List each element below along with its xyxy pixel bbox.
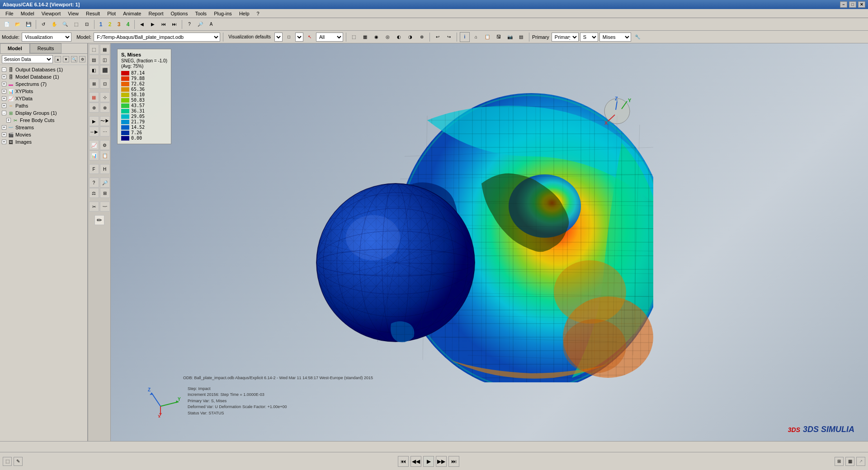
tree-item-xydata[interactable]: + 📈 XYData xyxy=(0,95,87,102)
menu-tools[interactable]: Tools xyxy=(191,10,210,17)
mises-select[interactable]: Mises xyxy=(599,33,631,42)
icon-superimpose[interactable]: ⊡ xyxy=(100,79,110,89)
menu-result[interactable]: Result xyxy=(82,10,104,17)
tb-viewport-btn[interactable]: □ xyxy=(284,32,294,42)
tb-save[interactable]: 💾 xyxy=(24,19,33,29)
playback-next[interactable]: ▶▶ xyxy=(436,456,447,467)
close-button[interactable]: ✕ xyxy=(858,1,865,8)
tb-pan[interactable]: ✋ xyxy=(49,19,59,29)
icon-symbol[interactable]: ⊹ xyxy=(100,92,110,102)
icon-material-orient[interactable]: ⊕ xyxy=(89,103,99,113)
icon-wireframe[interactable]: ⬚ xyxy=(89,44,99,54)
expand-xyplots[interactable]: + xyxy=(2,89,6,94)
tb-query[interactable]: ? xyxy=(184,19,194,29)
expand-output-db[interactable]: - xyxy=(2,67,6,72)
expand-model-db[interactable]: + xyxy=(2,75,6,79)
tab-model[interactable]: Model xyxy=(0,43,30,53)
tb-open[interactable]: 📂 xyxy=(13,19,23,29)
expand-paths[interactable]: + xyxy=(2,103,6,108)
menu-plugins[interactable]: Plug-ins xyxy=(210,10,236,17)
session-search-btn[interactable]: 🔍 xyxy=(71,56,77,62)
icon-material2[interactable]: ⊗ xyxy=(100,103,110,113)
tb-icon10[interactable]: 🖫 xyxy=(494,32,504,42)
model-select[interactable]: F:/Temp-Abaqus/Ball_plate_impact.odb xyxy=(94,33,220,42)
icon-animate-time[interactable]: ▶ xyxy=(89,116,99,126)
playback-play[interactable]: ▶ xyxy=(423,456,434,467)
tb-icon13[interactable]: 🔧 xyxy=(632,32,642,42)
expand-display-groups[interactable]: - xyxy=(2,111,6,115)
icon-query[interactable]: ? xyxy=(89,178,99,188)
menu-plot[interactable]: Plot xyxy=(104,10,119,17)
icon-probe[interactable]: 🔎 xyxy=(100,178,110,188)
bottom-icon-left[interactable]: ⬚ xyxy=(3,457,12,466)
tb-cursor-btn[interactable]: ↖ xyxy=(305,32,315,42)
tb-icon1[interactable]: ⬚ xyxy=(349,32,359,42)
tb-icon11[interactable]: 📷 xyxy=(505,32,515,42)
tree-item-streams[interactable]: + 〰 Streams xyxy=(0,124,87,131)
primary-select[interactable]: Primary xyxy=(552,33,579,42)
menu-help[interactable]: Help xyxy=(236,10,253,17)
menu-view[interactable]: View xyxy=(64,10,82,17)
tb-prev-step[interactable]: ◀ xyxy=(137,19,147,29)
session-data-select[interactable]: Session Data xyxy=(2,55,53,63)
tree-item-movies[interactable]: + 🎬 Movies xyxy=(0,131,87,138)
icon-render2[interactable]: ⬛ xyxy=(100,65,110,75)
tb-icon6[interactable]: ◑ xyxy=(406,32,415,42)
icon-field-output[interactable]: F xyxy=(89,164,99,174)
tb-fit[interactable]: ⊡ xyxy=(82,19,92,29)
bottom-icon-right1[interactable]: ⊞ xyxy=(835,457,844,466)
icon-contourplot[interactable]: ▦ xyxy=(89,92,99,102)
menu-file[interactable]: File xyxy=(2,10,17,17)
s-select[interactable]: S xyxy=(580,33,598,42)
menu-viewport[interactable]: Viewport xyxy=(38,10,65,17)
tb-icon2[interactable]: ▦ xyxy=(360,32,370,42)
playback-prev[interactable]: ◀◀ xyxy=(410,456,421,467)
tree-item-free-body-cuts[interactable]: + ✂ Free Body Cuts xyxy=(0,117,87,124)
tb-rotate[interactable]: ↺ xyxy=(38,19,48,29)
icon-animate-scale[interactable]: ↔▶ xyxy=(89,127,99,136)
playback-first[interactable]: ⏮ xyxy=(398,456,409,467)
tb-icon9[interactable]: 📋 xyxy=(482,32,492,42)
tb-probevals[interactable]: 🔎 xyxy=(195,19,205,29)
restore-button[interactable]: □ xyxy=(849,1,856,8)
icon-stream-line[interactable]: 〰 xyxy=(100,202,110,212)
tb-first[interactable]: ⏮ xyxy=(159,19,169,29)
icon-section-cut[interactable]: ✂ xyxy=(89,202,99,212)
tb-icon5[interactable]: ◐ xyxy=(394,32,404,42)
bottom-icon-right2[interactable]: ▦ xyxy=(845,457,854,466)
session-settings-btn[interactable]: ⚙ xyxy=(79,56,85,62)
expand-movies[interactable]: + xyxy=(2,132,6,137)
icon-xyplot2[interactable]: 📊 xyxy=(89,150,99,160)
icon-render1[interactable]: ◧ xyxy=(89,65,99,75)
expand-free-body-cuts[interactable]: + xyxy=(6,118,11,122)
tab-results[interactable]: Results xyxy=(30,43,62,53)
bottom-icon-right3[interactable]: ↗ xyxy=(856,457,865,466)
tb-icon4[interactable]: ◎ xyxy=(383,32,393,42)
tb-next-step[interactable]: ▶ xyxy=(148,19,158,29)
bottom-icon-left2[interactable]: ✎ xyxy=(14,457,23,466)
session-down-btn[interactable]: ▼ xyxy=(63,56,69,62)
icon-hidden[interactable]: ◫ xyxy=(100,55,110,65)
icon-display-grp[interactable]: ⊞ xyxy=(100,188,110,198)
tree-item-model-db[interactable]: + 🗄 Model Database (1) xyxy=(0,73,87,80)
icon-xyreport[interactable]: 📋 xyxy=(100,150,110,160)
tb-zoom[interactable]: 🔍 xyxy=(60,19,70,29)
icon-contour[interactable]: ▤ xyxy=(89,55,99,65)
tree-item-spectrums[interactable]: + ▬ Spectrums (7) xyxy=(0,80,87,88)
expand-images[interactable]: + xyxy=(2,140,6,144)
playback-last[interactable]: ⏭ xyxy=(448,456,459,467)
tb-zoom-box[interactable]: ⬚ xyxy=(71,19,81,29)
expand-streams[interactable]: + xyxy=(2,125,6,130)
tree-item-paths[interactable]: + ╌ Paths xyxy=(0,102,87,109)
session-up-btn[interactable]: ▲ xyxy=(55,56,61,62)
tb-num4[interactable]: 4 xyxy=(124,20,132,29)
tb-undo[interactable]: ↩ xyxy=(433,32,443,42)
icon-pen[interactable]: ✏ xyxy=(94,215,104,225)
tb-icon3[interactable]: ◉ xyxy=(372,32,382,42)
tree-item-output-db[interactable]: - 🗄 Output Databases (1) xyxy=(0,66,87,73)
vis-defaults-select[interactable] xyxy=(274,33,283,42)
icon-animate-harmonic[interactable]: 〜▶ xyxy=(100,116,110,126)
tb-new[interactable]: 📄 xyxy=(2,19,12,29)
tb-info[interactable]: i xyxy=(460,32,470,42)
tb-icon8[interactable]: ⌂ xyxy=(471,32,481,42)
